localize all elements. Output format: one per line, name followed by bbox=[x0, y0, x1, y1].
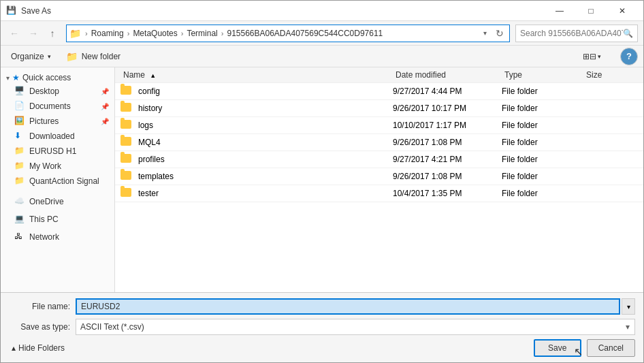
work-folder-icon: 📁 bbox=[14, 161, 25, 172]
quick-access-chevron: ▾ bbox=[6, 74, 10, 82]
help-button[interactable]: ? bbox=[620, 48, 638, 65]
file-row-mql4[interactable]: MQL4 9/26/2017 1:08 PM File folder bbox=[115, 134, 643, 151]
hide-folders-toggle[interactable]: ▴ Hide Folders bbox=[9, 342, 67, 354]
file-row-templates[interactable]: templates 9/26/2017 1:08 PM File folder bbox=[115, 168, 643, 185]
button-area: ▴ Hide Folders Save ↖ Cancel bbox=[9, 339, 635, 357]
minimize-button[interactable]: — bbox=[544, 1, 575, 21]
forward-button[interactable]: → bbox=[25, 25, 42, 42]
network-icon: 🖧 bbox=[14, 232, 25, 242]
sidebar-item-downloaded[interactable]: ⬇ Downloaded bbox=[1, 129, 114, 144]
organize-dropdown-icon: ▾ bbox=[48, 53, 51, 60]
pin-icon-2: 📌 bbox=[101, 103, 109, 110]
file-row-tester[interactable]: tester 10/4/2017 1:35 PM File folder bbox=[115, 185, 643, 202]
cancel-label: Cancel bbox=[598, 343, 624, 353]
eurusd-folder-icon: 📁 bbox=[14, 146, 25, 157]
folder-icon-mql4 bbox=[120, 137, 134, 148]
view-dropdown-icon: ▾ bbox=[598, 53, 601, 60]
content-area: ▾ ★ Quick access 🖥️ Desktop 📌 📄 Document… bbox=[1, 67, 643, 292]
col-type-header[interactable]: Type bbox=[502, 69, 525, 81]
sidebar-item-pictures[interactable]: 🖼️ Pictures 📌 bbox=[1, 114, 114, 129]
refresh-button[interactable]: ↻ bbox=[493, 27, 506, 40]
sidebar-item-work[interactable]: 📁 My Work bbox=[1, 159, 114, 174]
downloaded-icon: ⬇ bbox=[14, 131, 25, 142]
file-type-templates: File folder bbox=[502, 172, 583, 181]
onedrive-section: ☁️ OneDrive bbox=[1, 194, 114, 209]
sidebar: ▾ ★ Quick access 🖥️ Desktop 📌 📄 Document… bbox=[1, 67, 115, 292]
sidebar-item-documents-label: Documents bbox=[29, 101, 71, 111]
view-button[interactable]: ⊞⊟ ▾ bbox=[578, 48, 612, 65]
file-name-config: config bbox=[138, 86, 393, 96]
file-name-logs: logs bbox=[138, 121, 393, 130]
sidebar-item-onedrive[interactable]: ☁️ OneDrive bbox=[1, 194, 114, 209]
back-button[interactable]: ← bbox=[6, 25, 22, 42]
sidebar-item-eurusd-label: EURUSD H1 bbox=[29, 146, 76, 156]
sidebar-item-thispc[interactable]: 💻 This PC bbox=[1, 212, 114, 227]
cancel-button[interactable]: Cancel bbox=[587, 339, 635, 357]
sidebar-item-documents[interactable]: 📄 Documents 📌 bbox=[1, 99, 114, 114]
hide-folders-chevron: ▴ bbox=[12, 343, 16, 353]
desktop-icon: 🖥️ bbox=[14, 86, 25, 97]
organize-button[interactable]: Organize ▾ bbox=[6, 48, 56, 65]
address-part-id[interactable]: 915566BA06ADA407569C544CC0D97611 bbox=[225, 28, 385, 39]
close-button[interactable]: ✕ bbox=[607, 1, 638, 21]
file-row-profiles[interactable]: profiles 9/27/2017 4:21 PM File folder bbox=[115, 151, 643, 168]
save-button[interactable]: Save ↖ bbox=[534, 339, 581, 357]
col-size-header[interactable]: Size bbox=[583, 69, 605, 81]
quick-access-section[interactable]: ▾ ★ Quick access bbox=[1, 70, 114, 84]
file-row-config[interactable]: config 9/27/2017 4:44 PM File folder bbox=[115, 83, 643, 100]
sidebar-item-network[interactable]: 🖧 Network bbox=[1, 230, 114, 244]
onedrive-icon: ☁️ bbox=[14, 196, 25, 207]
sidebar-item-quantaction[interactable]: 📁 QuantAction Signal bbox=[1, 174, 114, 189]
save-as-dialog: 💾 Save As — □ ✕ ← → ↑ 📁 › Roaming › Meta… bbox=[0, 0, 644, 363]
sidebar-item-eurusd[interactable]: 📁 EURUSD H1 bbox=[1, 144, 114, 159]
pin-icon-3: 📌 bbox=[101, 118, 109, 125]
filename-input[interactable] bbox=[76, 298, 620, 315]
folder-icon-tester bbox=[120, 188, 134, 199]
sidebar-item-work-label: My Work bbox=[29, 161, 61, 171]
file-type-profiles: File folder bbox=[502, 155, 583, 164]
address-part-metaquotes[interactable]: MetaQuotes bbox=[131, 28, 179, 39]
file-type-logs: File folder bbox=[502, 121, 583, 130]
title-bar: 💾 Save As — □ ✕ bbox=[1, 1, 643, 21]
pin-icon: 📌 bbox=[101, 88, 109, 95]
sidebar-item-desktop[interactable]: 🖥️ Desktop 📌 bbox=[1, 84, 114, 99]
folder-icon-logs bbox=[120, 120, 134, 131]
address-dropdown-button[interactable]: ▾ bbox=[477, 25, 493, 42]
address-part-terminal[interactable]: Terminal bbox=[184, 28, 219, 39]
organize-label: Organize bbox=[11, 52, 44, 61]
address-bar[interactable]: 📁 › Roaming › MetaQuotes › Terminal › 91… bbox=[66, 25, 510, 42]
file-name-tester: tester bbox=[138, 189, 393, 198]
file-name-templates: templates bbox=[138, 172, 393, 181]
filetype-row: Save as type: ASCII Text (*.csv) bbox=[9, 319, 635, 335]
onedrive-label: OneDrive bbox=[29, 197, 64, 206]
quick-access-label: Quick access bbox=[22, 73, 71, 82]
address-part-roaming[interactable]: Roaming bbox=[89, 28, 126, 39]
col-date-header[interactable]: Date modified bbox=[393, 69, 449, 81]
file-list: Name ▲ Date modified Type Size config 9/… bbox=[115, 67, 643, 292]
action-toolbar: Organize ▾ 📁 New folder ⊞⊟ ▾ ? bbox=[1, 46, 643, 67]
sort-arrow: ▲ bbox=[150, 72, 156, 79]
file-date-history: 9/26/2017 10:17 PM bbox=[393, 104, 502, 113]
maximize-button[interactable]: □ bbox=[575, 1, 607, 21]
file-list-header: Name ▲ Date modified Type Size bbox=[115, 67, 643, 83]
filename-label: File name: bbox=[9, 302, 70, 311]
search-input[interactable] bbox=[520, 29, 623, 38]
folder-icon-history bbox=[120, 103, 134, 114]
file-name-history: history bbox=[138, 104, 393, 113]
up-button[interactable]: ↑ bbox=[44, 25, 61, 42]
cursor-indicator: ↖ bbox=[574, 345, 583, 358]
network-section: 🖧 Network bbox=[1, 230, 114, 244]
col-name-header[interactable]: Name bbox=[120, 69, 148, 81]
new-folder-button[interactable]: 📁 New folder bbox=[61, 48, 125, 65]
filename-dropdown-button[interactable]: ▾ bbox=[622, 298, 635, 315]
search-icon: 🔍 bbox=[623, 29, 633, 38]
filetype-select[interactable]: ASCII Text (*.csv) bbox=[76, 319, 635, 335]
file-date-profiles: 9/27/2017 4:21 PM bbox=[393, 155, 502, 164]
thispc-label: This PC bbox=[29, 215, 59, 224]
file-row-history[interactable]: history 9/26/2017 10:17 PM File folder bbox=[115, 100, 643, 117]
file-row-logs[interactable]: logs 10/10/2017 1:17 PM File folder bbox=[115, 117, 643, 134]
folder-icon-profiles bbox=[120, 154, 134, 165]
documents-icon: 📄 bbox=[14, 101, 25, 112]
quantaction-folder-icon: 📁 bbox=[14, 176, 25, 187]
sidebar-item-pictures-label: Pictures bbox=[29, 116, 59, 126]
